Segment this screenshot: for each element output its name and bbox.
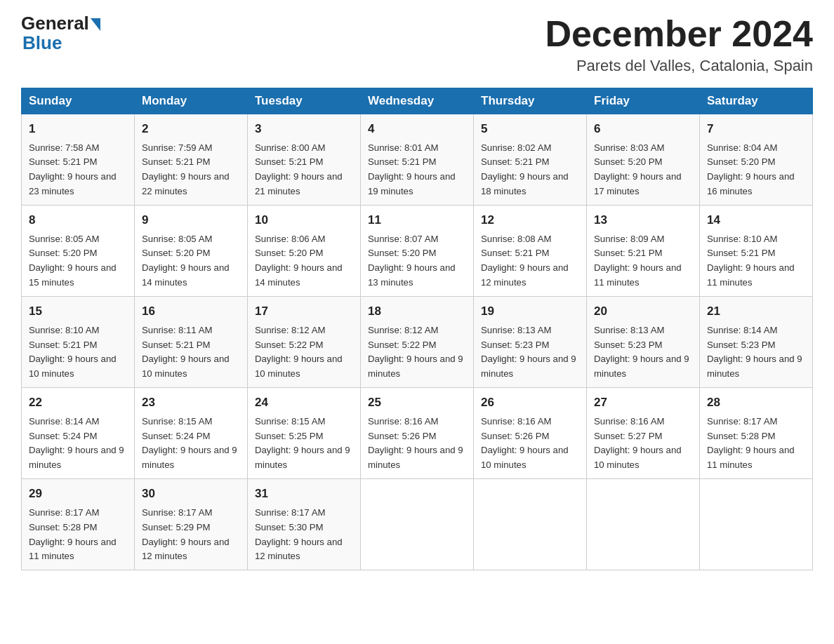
sunrise-info: Sunrise: 8:17 AM [255, 507, 325, 518]
sunrise-info: Sunrise: 8:15 AM [142, 416, 212, 427]
day-number: 2 [142, 120, 240, 138]
sunrise-info: Sunrise: 8:15 AM [255, 416, 325, 427]
header-monday: Monday [135, 88, 248, 114]
sunset-info: Sunset: 5:21 PM [481, 156, 550, 167]
day-number: 6 [594, 120, 692, 138]
header-tuesday: Tuesday [248, 88, 361, 114]
calendar-cell: 11 Sunrise: 8:07 AM Sunset: 5:20 PM Dayl… [361, 206, 474, 297]
day-number: 21 [707, 302, 805, 321]
sunset-info: Sunset: 5:21 PM [29, 156, 98, 167]
daylight-info: Daylight: 9 hours and 10 minutes [255, 354, 343, 379]
page-header: General Blue December 2024 Parets del Va… [21, 14, 813, 75]
sunrise-info: Sunrise: 8:16 AM [368, 416, 438, 427]
day-number: 8 [29, 211, 127, 229]
day-number: 12 [481, 211, 579, 229]
sunset-info: Sunset: 5:22 PM [368, 340, 437, 350]
logo-general-text: General [21, 14, 89, 32]
daylight-info: Daylight: 9 hours and 9 minutes [707, 354, 802, 379]
daylight-info: Daylight: 9 hours and 18 minutes [481, 171, 569, 196]
calendar-cell: 29 Sunrise: 8:17 AM Sunset: 5:28 PM Dayl… [22, 479, 135, 570]
sunset-info: Sunset: 5:26 PM [368, 431, 437, 441]
day-number: 4 [368, 120, 466, 138]
day-number: 5 [481, 120, 579, 138]
day-number: 7 [707, 120, 805, 138]
day-number: 25 [368, 394, 466, 412]
daylight-info: Daylight: 9 hours and 11 minutes [707, 262, 795, 288]
sunrise-info: Sunrise: 8:03 AM [594, 142, 664, 153]
sunset-info: Sunset: 5:21 PM [142, 340, 211, 350]
day-number: 31 [255, 485, 353, 503]
calendar-cell: 31 Sunrise: 8:17 AM Sunset: 5:30 PM Dayl… [248, 479, 361, 570]
calendar-cell: 14 Sunrise: 8:10 AM Sunset: 5:21 PM Dayl… [700, 206, 813, 297]
header-wednesday: Wednesday [361, 88, 474, 114]
sunrise-info: Sunrise: 8:05 AM [142, 234, 212, 244]
daylight-info: Daylight: 9 hours and 10 minutes [142, 354, 230, 379]
calendar-cell: 2 Sunrise: 7:59 AM Sunset: 5:21 PM Dayli… [135, 114, 248, 206]
sunset-info: Sunset: 5:21 PM [594, 248, 663, 258]
daylight-info: Daylight: 9 hours and 21 minutes [255, 171, 343, 196]
sunset-info: Sunset: 5:23 PM [481, 340, 550, 350]
sunrise-info: Sunrise: 8:17 AM [142, 507, 212, 518]
sunset-info: Sunset: 5:20 PM [368, 248, 437, 258]
calendar-cell: 23 Sunrise: 8:15 AM Sunset: 5:24 PM Dayl… [135, 388, 248, 479]
title-block: December 2024 Parets del Valles, Catalon… [545, 14, 813, 75]
calendar-cell: 24 Sunrise: 8:15 AM Sunset: 5:25 PM Dayl… [248, 388, 361, 479]
week-row-1: 1 Sunrise: 7:58 AM Sunset: 5:21 PM Dayli… [22, 114, 813, 206]
day-number: 18 [368, 302, 466, 321]
sunrise-info: Sunrise: 8:12 AM [368, 325, 438, 335]
sunset-info: Sunset: 5:21 PM [707, 248, 776, 258]
calendar-cell [587, 479, 700, 570]
sunrise-info: Sunrise: 8:14 AM [707, 325, 777, 335]
calendar-cell: 16 Sunrise: 8:11 AM Sunset: 5:21 PM Dayl… [135, 297, 248, 388]
calendar-cell: 26 Sunrise: 8:16 AM Sunset: 5:26 PM Dayl… [474, 388, 587, 479]
sunrise-info: Sunrise: 8:07 AM [368, 234, 438, 244]
sunrise-info: Sunrise: 8:14 AM [29, 416, 99, 427]
day-number: 17 [255, 302, 353, 321]
daylight-info: Daylight: 9 hours and 9 minutes [368, 354, 463, 379]
sunset-info: Sunset: 5:21 PM [368, 156, 437, 167]
calendar-cell [361, 479, 474, 570]
daylight-info: Daylight: 9 hours and 10 minutes [594, 445, 682, 470]
day-number: 13 [594, 211, 692, 229]
sunset-info: Sunset: 5:27 PM [594, 431, 663, 441]
daylight-info: Daylight: 9 hours and 15 minutes [29, 262, 117, 288]
sunset-info: Sunset: 5:30 PM [255, 522, 324, 532]
sunrise-info: Sunrise: 8:12 AM [255, 325, 325, 335]
sunset-info: Sunset: 5:26 PM [481, 431, 550, 441]
daylight-info: Daylight: 9 hours and 9 minutes [481, 354, 576, 379]
sunrise-info: Sunrise: 8:02 AM [481, 142, 551, 153]
day-number: 20 [594, 302, 692, 321]
daylight-info: Daylight: 9 hours and 11 minutes [707, 445, 795, 470]
daylight-info: Daylight: 9 hours and 10 minutes [481, 445, 569, 470]
daylight-info: Daylight: 9 hours and 9 minutes [255, 445, 350, 470]
sunset-info: Sunset: 5:20 PM [255, 248, 324, 258]
sunset-info: Sunset: 5:21 PM [481, 248, 550, 258]
day-number: 24 [255, 394, 353, 412]
day-number: 22 [29, 394, 127, 412]
week-row-2: 8 Sunrise: 8:05 AM Sunset: 5:20 PM Dayli… [22, 206, 813, 297]
sunset-info: Sunset: 5:20 PM [142, 248, 211, 258]
sunrise-info: Sunrise: 8:00 AM [255, 142, 325, 153]
day-number: 9 [142, 211, 240, 229]
daylight-info: Daylight: 9 hours and 23 minutes [29, 171, 117, 196]
sunrise-info: Sunrise: 7:58 AM [29, 142, 99, 153]
sunrise-info: Sunrise: 8:16 AM [481, 416, 551, 427]
day-number: 3 [255, 120, 353, 138]
calendar-cell: 15 Sunrise: 8:10 AM Sunset: 5:21 PM Dayl… [22, 297, 135, 388]
daylight-info: Daylight: 9 hours and 12 minutes [255, 537, 343, 562]
week-row-3: 15 Sunrise: 8:10 AM Sunset: 5:21 PM Dayl… [22, 297, 813, 388]
calendar-cell: 28 Sunrise: 8:17 AM Sunset: 5:28 PM Dayl… [700, 388, 813, 479]
sunset-info: Sunset: 5:28 PM [707, 431, 776, 441]
day-number: 11 [368, 211, 466, 229]
sunrise-info: Sunrise: 8:06 AM [255, 234, 325, 244]
calendar-cell: 18 Sunrise: 8:12 AM Sunset: 5:22 PM Dayl… [361, 297, 474, 388]
sunset-info: Sunset: 5:23 PM [707, 340, 776, 350]
daylight-info: Daylight: 9 hours and 12 minutes [481, 262, 569, 288]
day-number: 23 [142, 394, 240, 412]
daylight-info: Daylight: 9 hours and 19 minutes [368, 171, 456, 196]
calendar-cell: 5 Sunrise: 8:02 AM Sunset: 5:21 PM Dayli… [474, 114, 587, 206]
daylight-info: Daylight: 9 hours and 14 minutes [255, 262, 343, 288]
sunset-info: Sunset: 5:29 PM [142, 522, 211, 532]
sunset-info: Sunset: 5:21 PM [29, 340, 98, 350]
calendar-cell: 22 Sunrise: 8:14 AM Sunset: 5:24 PM Dayl… [22, 388, 135, 479]
